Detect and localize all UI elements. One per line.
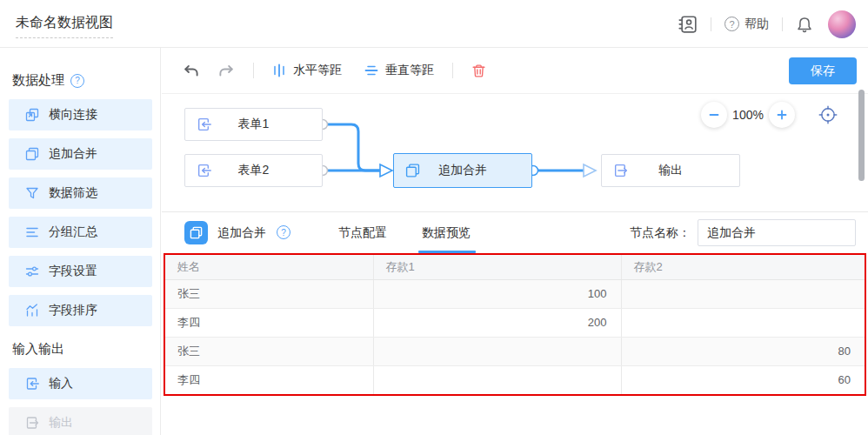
sidebar-item-filter[interactable]: 数据筛选: [9, 177, 152, 209]
panel-node-type: 追加合并: [217, 225, 266, 241]
cell-deposit2: 60: [621, 365, 865, 394]
toolbar-divider: [253, 63, 254, 78]
sidebar-item-append-merge[interactable]: 追加合并: [9, 138, 152, 170]
delete-node-button[interactable]: [471, 64, 486, 78]
zoom-level: 100%: [727, 108, 769, 122]
append-merge-icon: [25, 147, 39, 161]
append-merge-badge-icon: [184, 221, 208, 244]
sidebar-item-label: 追加合并: [49, 146, 97, 162]
sidebar-item-field-sort[interactable]: 字段排序: [9, 295, 152, 326]
app-window: 未命名数据视图 ? 帮助: [0, 0, 868, 435]
tab-data-preview[interactable]: 数据预览: [422, 225, 471, 241]
h-distribute-button[interactable]: 水平等距: [272, 63, 342, 78]
node-append-merge[interactable]: 追加合并: [393, 153, 532, 188]
redo-icon: [218, 63, 235, 79]
zoom-out-button[interactable]: [701, 102, 727, 128]
node-detail-panel: 追加合并 ? 节点配置 数据预览 节点名称： 姓名 存款1 存款2: [162, 211, 868, 435]
user-avatar[interactable]: [828, 10, 856, 38]
sidebar-item-label: 分组汇总: [49, 224, 97, 240]
node-label: 追加合并: [438, 163, 487, 178]
sidebar-item-input[interactable]: 输入: [9, 368, 152, 399]
save-button[interactable]: 保存: [789, 57, 857, 84]
field-sort-icon: [25, 304, 39, 318]
sidebar-item-label: 输入: [49, 376, 73, 392]
data-preview-table: 姓名 存款1 存款2 张三 100 李四 200: [164, 253, 866, 396]
panel-tab-row: 追加合并 ? 节点配置 数据预览 节点名称：: [162, 212, 868, 253]
table-row[interactable]: 张三 80: [165, 337, 865, 365]
sidebar-item-group-summary[interactable]: 分组汇总: [9, 217, 152, 248]
cell-deposit2: [621, 279, 865, 308]
cell-name: 张三: [165, 337, 373, 365]
input-icon: [197, 117, 211, 132]
canvas-toolbar: 水平等距 垂直等距 保存: [162, 48, 868, 94]
zoom-controls: 100%: [701, 102, 838, 128]
v-distribute-icon: [364, 64, 378, 77]
sidebar-section-io: 输入输出: [12, 341, 160, 358]
cell-deposit1: [373, 337, 621, 365]
section-title: 输入输出: [12, 341, 64, 358]
field-settings-icon: [25, 264, 39, 278]
input-icon: [25, 377, 39, 391]
node-form2[interactable]: 表单2: [184, 154, 323, 187]
v-distribute-label: 垂直等距: [385, 63, 434, 78]
help-icon: ?: [724, 17, 739, 31]
panel-help-icon[interactable]: ?: [277, 225, 290, 239]
undo-button[interactable]: [183, 63, 199, 79]
header-divider: [711, 17, 711, 31]
node-label: 表单2: [238, 163, 270, 178]
section-help-icon[interactable]: ?: [70, 74, 84, 88]
output-icon: [613, 164, 628, 178]
notification-bell-icon[interactable]: [796, 16, 813, 33]
column-header-deposit1[interactable]: 存款1: [373, 255, 621, 279]
main-area: 水平等距 垂直等距 保存: [162, 48, 868, 435]
cell-deposit1: 100: [373, 279, 621, 308]
trash-icon: [471, 64, 486, 78]
table-row[interactable]: 李四 200: [165, 308, 865, 337]
cell-deposit1: [373, 365, 621, 394]
zoom-in-button[interactable]: [769, 102, 795, 128]
contacts-icon[interactable]: [678, 15, 698, 34]
sidebar-item-label: 字段设置: [49, 264, 97, 279]
help-button[interactable]: ? 帮助: [724, 17, 769, 32]
column-header-name[interactable]: 姓名: [165, 255, 373, 279]
document-title[interactable]: 未命名数据视图: [16, 14, 113, 38]
h-distribute-icon: [272, 64, 286, 77]
h-distribute-label: 水平等距: [293, 63, 342, 78]
sidebar-item-label: 字段排序: [49, 303, 97, 318]
tab-node-config[interactable]: 节点配置: [338, 225, 387, 241]
header-actions: ? 帮助: [678, 0, 856, 48]
node-output[interactable]: 输出: [601, 154, 740, 187]
node-form1[interactable]: 表单1: [184, 108, 323, 141]
header-divider: [782, 17, 783, 31]
sidebar-item-join[interactable]: 横向连接: [9, 99, 152, 130]
top-header: 未命名数据视图 ? 帮助: [0, 0, 868, 48]
locate-center-button[interactable]: [818, 104, 838, 125]
toolbar-divider: [452, 63, 453, 78]
node-name-input[interactable]: [698, 219, 856, 246]
sidebar-item-label: 数据筛选: [49, 185, 97, 201]
sidebar-item-label: 横向连接: [49, 107, 97, 123]
sidebar-section-data-processing: 数据处理 ?: [12, 72, 160, 89]
sidebar-item-field-settings[interactable]: 字段设置: [9, 256, 152, 287]
cell-deposit2: 80: [621, 337, 865, 365]
append-merge-icon: [405, 164, 420, 178]
column-header-deposit2[interactable]: 存款2: [621, 255, 865, 279]
sidebar-item-label: 输出: [49, 415, 73, 431]
join-icon: [25, 108, 39, 122]
v-distribute-button[interactable]: 垂直等距: [364, 63, 434, 78]
cell-deposit1: 200: [373, 308, 621, 337]
flow-canvas[interactable]: 表单1 表单2 追加合并: [162, 94, 868, 211]
output-icon: [25, 416, 39, 430]
table-row[interactable]: 李四 60: [165, 365, 865, 394]
group-summary-icon: [25, 225, 39, 239]
table-header-row: 姓名 存款1 存款2: [165, 255, 865, 279]
vertical-scrollbar[interactable]: [858, 90, 865, 181]
cell-name: 李四: [165, 308, 373, 337]
table-row[interactable]: 张三 100: [165, 279, 865, 308]
cell-name: 张三: [165, 279, 373, 308]
section-title: 数据处理: [12, 72, 64, 89]
help-label: 帮助: [744, 17, 769, 32]
redo-button[interactable]: [218, 63, 235, 79]
sidebar: 数据处理 ? 横向连接 追加合并 数据筛选: [0, 48, 161, 435]
cell-deposit2: [621, 308, 865, 337]
